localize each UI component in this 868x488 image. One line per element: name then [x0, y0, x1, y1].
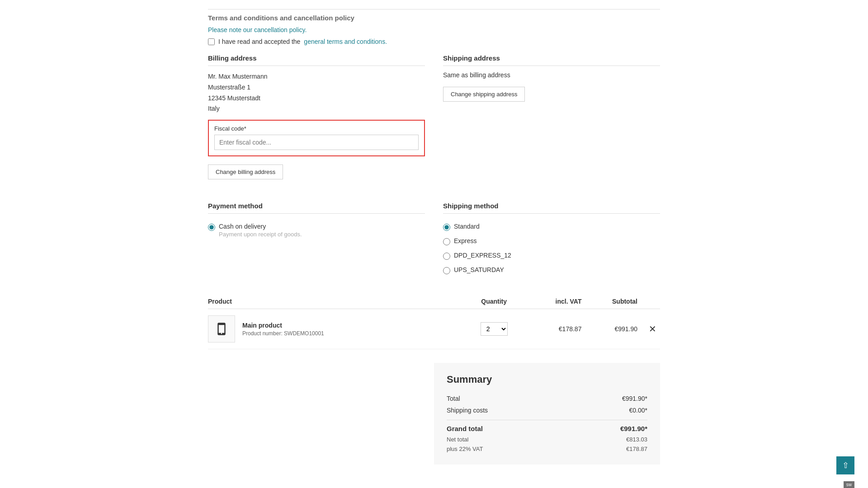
- payment-method-section: Cash on delivery Payment upon receipt of…: [208, 223, 425, 238]
- summary-row-vat: plus 22% VAT €178.87: [447, 444, 647, 454]
- shipping-label-express[interactable]: Express: [454, 237, 477, 244]
- shipping-label-dpd[interactable]: DPD_EXPRESS_12: [454, 252, 511, 259]
- summary-total-label: Total: [447, 395, 460, 402]
- billing-address-text: Mr. Max Mustermann Musterstraße 1 12345 …: [208, 71, 425, 114]
- change-shipping-address-button[interactable]: Change shipping address: [443, 87, 525, 102]
- summary-total-value: €991.90*: [622, 395, 647, 402]
- terms-checkbox[interactable]: [208, 38, 215, 45]
- summary-shipping-label: Shipping costs: [447, 407, 488, 414]
- terms-label: I have read and accepted the: [218, 38, 300, 45]
- shipping-method-title: Shipping method: [443, 202, 660, 214]
- fiscal-code-input[interactable]: [214, 135, 419, 150]
- col-header-quantity: Quantity: [464, 294, 524, 309]
- change-billing-address-button[interactable]: Change billing address: [208, 164, 283, 179]
- summary-net-label: Net total: [447, 436, 468, 443]
- product-info: Main product Product number: SWDEMO10001: [208, 315, 464, 343]
- product-image: [208, 315, 235, 343]
- shipping-method-section: Standard Express DPD_EXPRESS_12 UPS_SATU…: [443, 223, 660, 274]
- shipping-address-title: Shipping address: [443, 54, 660, 66]
- billing-address-title: Billing address: [208, 54, 425, 66]
- shipping-option-ups: UPS_SATURDAY: [443, 266, 660, 274]
- summary-box: Summary Total €991.90* Shipping costs €0…: [434, 363, 660, 465]
- shipping-radio-dpd[interactable]: [443, 253, 450, 260]
- payment-label-cod[interactable]: Cash on delivery: [219, 223, 266, 230]
- fiscal-code-label: Fiscal code*: [214, 125, 419, 132]
- summary-row-net: Net total €813.03: [447, 435, 647, 444]
- summary-net-value: €813.03: [626, 436, 647, 443]
- summary-title: Summary: [447, 374, 647, 385]
- shipping-option-express: Express: [443, 237, 660, 245]
- summary-row-total: Total €991.90*: [447, 393, 647, 404]
- shipping-radio-ups[interactable]: [443, 267, 450, 274]
- shipping-label-standard[interactable]: Standard: [454, 223, 480, 230]
- terms-link[interactable]: general terms and conditions.: [304, 38, 387, 45]
- shipping-option-dpd: DPD_EXPRESS_12: [443, 252, 660, 260]
- billing-country: Italy: [208, 103, 425, 114]
- shipping-address-block: Shipping address Same as billing address…: [443, 54, 660, 102]
- shopware-badge: sw: [844, 481, 854, 488]
- payment-option-cod: Cash on delivery Payment upon receipt of…: [208, 223, 425, 238]
- col-header-subtotal: Subtotal: [581, 294, 637, 309]
- cancellation-link[interactable]: Please note our cancellation policy.: [208, 26, 307, 33]
- summary-grand-total-value: €991.90*: [620, 425, 647, 432]
- product-number-value: SWDEMO10001: [284, 330, 324, 337]
- table-row: Main product Product number: SWDEMO10001…: [208, 309, 660, 349]
- summary-grand-total-label: Grand total: [447, 425, 483, 432]
- remove-product-button[interactable]: ✕: [645, 324, 660, 334]
- product-subtotal: €991.90: [581, 309, 637, 349]
- col-header-incl-vat: incl. VAT: [524, 294, 582, 309]
- summary-row-grand-total: Grand total €991.90*: [447, 420, 647, 435]
- shipping-radio-express[interactable]: [443, 238, 450, 245]
- fiscal-code-group: Fiscal code*: [208, 120, 425, 156]
- scroll-to-top-button[interactable]: ⇧: [836, 456, 854, 474]
- col-header-product: Product: [208, 294, 464, 309]
- summary-row-shipping: Shipping costs €0.00*: [447, 404, 647, 416]
- billing-street: Musterstraße 1: [208, 82, 425, 93]
- shipping-radio-standard[interactable]: [443, 224, 450, 231]
- summary-vat-label: plus 22% VAT: [447, 446, 483, 452]
- same-as-billing-text: Same as billing address: [443, 71, 660, 79]
- billing-name: Mr. Max Mustermann: [208, 71, 425, 82]
- shipping-option-standard: Standard: [443, 223, 660, 231]
- payment-method-title: Payment method: [208, 202, 425, 214]
- summary-shipping-value: €0.00*: [629, 407, 647, 414]
- summary-vat-value: €178.87: [626, 446, 647, 452]
- product-name: Main product: [242, 322, 324, 329]
- terms-heading: Terms and conditions and cancellation po…: [208, 14, 660, 22]
- product-incl-vat: €178.87: [524, 309, 582, 349]
- product-number: Product number: SWDEMO10001: [242, 330, 324, 337]
- billing-city: 12345 Musterstadt: [208, 93, 425, 104]
- product-table: Product Quantity incl. VAT Subtotal: [208, 294, 660, 349]
- terms-section: Terms and conditions and cancellation po…: [208, 9, 660, 45]
- product-number-label: Product number:: [242, 330, 283, 337]
- billing-address-block: Billing address Mr. Max Mustermann Muste…: [208, 54, 425, 179]
- payment-radio-cod[interactable]: [208, 224, 215, 231]
- quantity-select[interactable]: 2 1 3: [481, 322, 508, 336]
- shipping-label-ups[interactable]: UPS_SATURDAY: [454, 266, 504, 273]
- phone-icon: [215, 322, 228, 336]
- payment-sublabel-cod: Payment upon receipt of goods.: [219, 231, 302, 238]
